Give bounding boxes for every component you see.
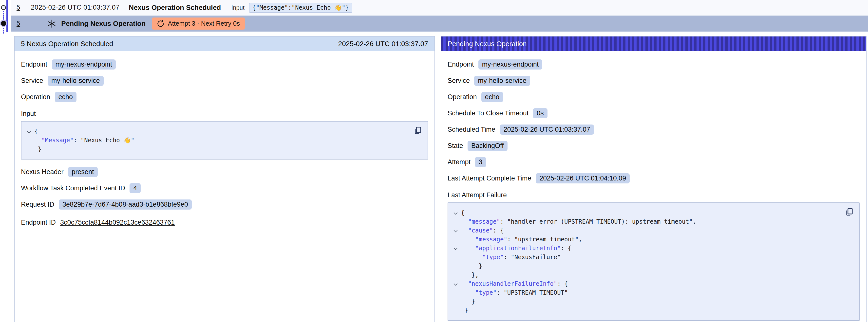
retry-badge-label: Attempt 3 · Next Retry 0s xyxy=(168,20,240,27)
json-value: }, xyxy=(471,271,479,278)
json-key: "nexusHandlerFailureInfo" xyxy=(468,280,557,287)
json-line-text: "message": "handler error (UPSTREAM_TIME… xyxy=(461,217,696,226)
panel-pending-nexus-operation: Pending Nexus Operation Endpoint my-nexu… xyxy=(441,36,867,322)
json-line: { xyxy=(450,208,842,217)
json-line: } xyxy=(24,145,410,154)
json-line: "message": "upstream timeout", xyxy=(450,235,842,244)
field-value-badge: present xyxy=(68,167,98,177)
json-line-text: "type": "UPSTREAM_TIMEOUT" xyxy=(461,288,568,297)
field-operation: Operation echo xyxy=(21,92,428,102)
field-service: Service my-hello-service xyxy=(21,76,428,86)
field-label: Endpoint ID xyxy=(21,219,56,226)
event-title: Nexus Operation Scheduled xyxy=(129,4,221,11)
json-line-text: "Message": "Nexus Echo 👋" xyxy=(34,136,134,145)
json-value: : { xyxy=(557,280,568,287)
json-line: } xyxy=(450,297,842,306)
event-id-link[interactable]: 5 xyxy=(17,4,26,11)
last-attempt-failure-json-block: {"message": "handler error (UPSTREAM_TIM… xyxy=(447,202,860,321)
json-key: "type" xyxy=(475,289,497,296)
event-input-label: Input xyxy=(231,4,244,11)
collapse-chevron-icon[interactable] xyxy=(24,127,34,136)
json-line-text: { xyxy=(34,127,38,136)
panel-header: 5 Nexus Operation Scheduled 2025-02-26 U… xyxy=(14,36,434,51)
gutter-spacer xyxy=(450,297,461,306)
json-key: "Message" xyxy=(41,137,73,144)
field-label: Nexus Header xyxy=(21,168,64,176)
json-value: } xyxy=(464,307,468,314)
field-value-badge: 3e829b7e-7d67-4b08-aad3-b1e868bfe9e0 xyxy=(59,199,192,210)
active-event-group-bar xyxy=(6,0,8,32)
json-line-text: } xyxy=(34,145,41,154)
field-value-badge: BackingOff xyxy=(468,141,507,151)
gutter-spacer xyxy=(450,306,461,315)
field-label: Operation xyxy=(21,93,50,101)
field-state: State BackingOff xyxy=(447,141,860,151)
json-line: }, xyxy=(450,270,842,279)
field-value-badge: my-hello-service xyxy=(48,76,104,86)
field-value-badge: echo xyxy=(482,92,503,102)
event-input-chip: {"Message":"Nexus Echo 👋"} xyxy=(249,3,352,12)
collapse-chevron-icon[interactable] xyxy=(450,244,461,253)
gutter-spacer xyxy=(450,217,461,226)
gutter-spacer xyxy=(450,288,461,297)
temporal-event-history-view: 5 2025-02-26 UTC 01:03:37.07 Nexus Opera… xyxy=(0,0,868,322)
gutter-spacer xyxy=(24,145,34,154)
json-value: } xyxy=(38,146,41,153)
field-schedule-to-close-timeout: Schedule To Close Timeout 0s xyxy=(447,108,860,118)
field-label: Request ID xyxy=(21,201,54,208)
timeline-node-open-icon[interactable] xyxy=(1,5,6,10)
failure-section-label: Last Attempt Failure xyxy=(447,191,860,199)
field-workflow-task-completed-event-id: Workflow Task Completed Event ID 4 xyxy=(21,183,428,193)
panel-body: Endpoint my-nexus-endpoint Service my-he… xyxy=(441,51,866,322)
json-value: } xyxy=(471,298,475,305)
copy-icon[interactable] xyxy=(845,207,854,217)
json-line: { xyxy=(24,127,410,136)
event-id-link[interactable]: 5 xyxy=(17,20,26,27)
json-value: : { xyxy=(561,245,571,252)
json-key: "cause" xyxy=(468,227,493,234)
json-line: "nexusHandlerFailureInfo": { xyxy=(450,279,842,288)
retry-icon xyxy=(157,20,164,27)
gutter-spacer xyxy=(450,253,461,262)
field-label: Endpoint xyxy=(447,61,474,68)
collapse-chevron-icon[interactable] xyxy=(450,226,461,235)
json-value: } xyxy=(479,263,482,269)
event-row-pending-nexus-operation[interactable]: 5 Pending Nexus Operation Attempt 3 · Ne… xyxy=(11,15,868,32)
input-section-label: Input xyxy=(21,110,428,118)
field-value-badge: 3 xyxy=(475,157,486,167)
field-service: Service my-hello-service xyxy=(447,76,860,86)
input-json-block: {"Message": "Nexus Echo 👋"} xyxy=(21,121,428,160)
panel-title: Pending Nexus Operation xyxy=(447,40,527,48)
copy-icon[interactable] xyxy=(413,126,423,135)
gutter-spacer xyxy=(450,270,461,279)
json-key: "message" xyxy=(468,218,500,225)
json-value: : "upstream timeout", xyxy=(507,236,582,243)
collapse-chevron-icon[interactable] xyxy=(450,279,461,288)
gutter-spacer xyxy=(450,235,461,244)
event-rows: 5 2025-02-26 UTC 01:03:37.07 Nexus Opera… xyxy=(11,0,868,32)
json-value: : "NexusFailure" xyxy=(503,254,561,261)
json-line: } xyxy=(450,262,842,270)
field-value-badge: my-nexus-endpoint xyxy=(52,59,116,69)
json-line: "applicationFailureInfo": { xyxy=(450,244,842,253)
event-row-nexus-operation-scheduled[interactable]: 5 2025-02-26 UTC 01:03:37.07 Nexus Opera… xyxy=(11,0,868,15)
collapse-chevron-icon[interactable] xyxy=(450,208,461,217)
retry-attempt-badge[interactable]: Attempt 3 · Next Retry 0s xyxy=(152,18,245,30)
endpoint-id-link[interactable]: 3c0c75ccfa8144b092c13ce632463761 xyxy=(60,219,175,226)
json-line-text: { xyxy=(461,208,464,217)
field-label: Service xyxy=(21,77,43,85)
timeline-gutter xyxy=(0,0,11,34)
json-line-text: } xyxy=(461,297,475,306)
gutter-spacer xyxy=(450,262,461,270)
field-endpoint: Endpoint my-nexus-endpoint xyxy=(21,59,428,69)
field-label: Last Attempt Complete Time xyxy=(447,174,531,182)
panel-header-pending: Pending Nexus Operation xyxy=(441,36,866,51)
panel-body: Endpoint my-nexus-endpoint Service my-he… xyxy=(14,51,434,235)
field-scheduled-time: Scheduled Time 2025-02-26 UTC 01:03:37.0… xyxy=(447,125,860,135)
field-value-badge: my-nexus-endpoint xyxy=(478,59,542,69)
field-endpoint-id: Endpoint ID 3c0c75ccfa8144b092c13ce63246… xyxy=(21,218,428,227)
timeline-node-selected-icon[interactable] xyxy=(1,21,6,26)
field-label: Schedule To Close Timeout xyxy=(447,109,528,117)
json-key: "message" xyxy=(475,236,507,243)
field-label: Service xyxy=(447,77,470,85)
